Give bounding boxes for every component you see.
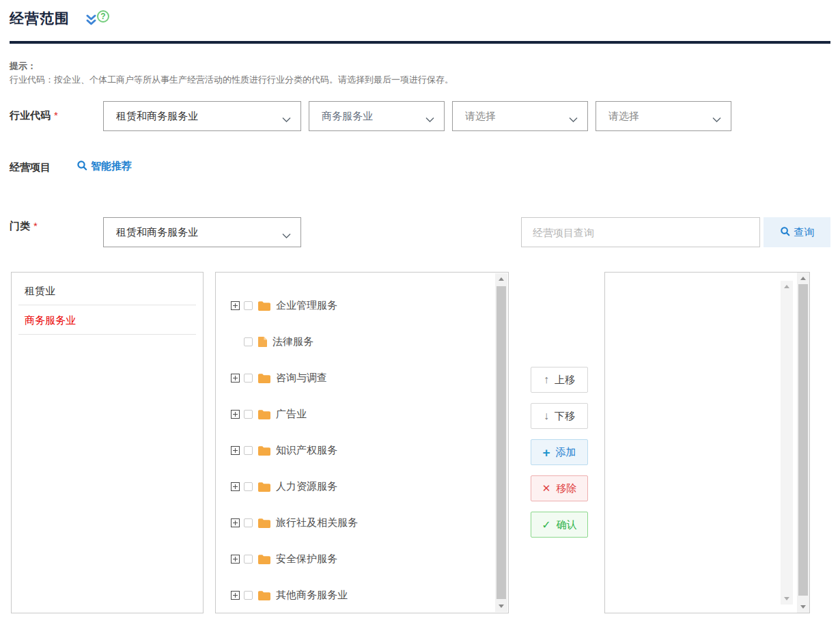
add-button[interactable]: + 添加 bbox=[531, 439, 588, 465]
x-icon: ✕ bbox=[542, 482, 551, 495]
checkbox[interactable] bbox=[244, 591, 253, 600]
tree-item-label[interactable]: 安全保护服务 bbox=[276, 553, 337, 566]
industry-code-select-level4[interactable]: 请选择 bbox=[596, 101, 731, 131]
checkbox[interactable] bbox=[244, 555, 253, 564]
hint-label: 提示： bbox=[10, 60, 36, 72]
remove-label: 移除 bbox=[556, 482, 576, 495]
search-icon bbox=[76, 160, 87, 173]
tree-item-label[interactable]: 法律服务 bbox=[272, 335, 313, 348]
move-down-button[interactable]: ↓ 下移 bbox=[531, 403, 588, 429]
checkbox[interactable] bbox=[244, 518, 253, 527]
checkbox[interactable] bbox=[244, 410, 253, 419]
hint-text: 行业代码：按企业、个体工商户等所从事生产经营活动的性质进行行业分类的代码。请选择… bbox=[10, 74, 453, 86]
category-list-panel: 租赁业 商务服务业 bbox=[11, 272, 204, 613]
expand-plus-icon[interactable] bbox=[231, 591, 240, 600]
folder-icon bbox=[258, 591, 270, 600]
business-item-tree-panel: 企业管理服务 法律服务 咨询与调查 广告业 bbox=[215, 272, 509, 613]
scrollbar-thumb[interactable] bbox=[496, 286, 506, 599]
checkbox[interactable] bbox=[244, 446, 253, 455]
collapse-double-chevron-icon[interactable] bbox=[85, 14, 97, 26]
scroll-down-arrow-icon[interactable] bbox=[800, 605, 806, 609]
industry-code-label-text: 行业代码 bbox=[10, 109, 51, 121]
folder-icon bbox=[258, 518, 270, 528]
smart-recommend-label: 智能推荐 bbox=[91, 160, 132, 173]
scroll-down-arrow-icon[interactable] bbox=[499, 605, 504, 608]
checkbox[interactable] bbox=[244, 337, 253, 346]
industry-code-select-level2[interactable]: 商务服务业 bbox=[309, 101, 445, 131]
selected-items-panel bbox=[604, 272, 810, 613]
folder-icon bbox=[258, 555, 270, 564]
arrow-down-icon: ↓ bbox=[544, 410, 549, 422]
expand-plus-icon[interactable] bbox=[231, 518, 240, 527]
remove-button[interactable]: ✕ 移除 bbox=[531, 475, 588, 501]
tree-item[interactable]: 知识产权服务 bbox=[231, 432, 508, 469]
business-item-search-input[interactable] bbox=[521, 217, 760, 247]
scroll-down-arrow-icon[interactable] bbox=[784, 597, 789, 600]
expand-plus-icon[interactable] bbox=[231, 482, 240, 491]
category-item[interactable]: 租赁业 bbox=[18, 276, 196, 305]
checkbox[interactable] bbox=[244, 374, 253, 383]
category-select[interactable]: 租赁和商务服务业 bbox=[103, 217, 301, 247]
tree-item-label[interactable]: 旅行社及相关服务 bbox=[276, 516, 358, 529]
chevron-down-icon bbox=[569, 113, 578, 120]
chevron-down-icon bbox=[282, 113, 291, 120]
folder-icon bbox=[258, 482, 270, 492]
business-scope-page: 经营范围 ? 提示： 行业代码：按企业、个体工商户等所从事生产经营活动的性质进行… bbox=[0, 0, 840, 625]
industry-code-label: 行业代码* bbox=[10, 109, 58, 122]
checkbox[interactable] bbox=[244, 301, 253, 310]
chevron-down-icon bbox=[282, 230, 291, 236]
tree-scrollbar[interactable] bbox=[495, 273, 507, 612]
business-items-label: 经营项目 bbox=[10, 161, 51, 174]
move-up-button[interactable]: ↑ 上移 bbox=[531, 367, 588, 393]
tree-item[interactable]: 广告业 bbox=[231, 396, 508, 432]
checkbox[interactable] bbox=[244, 482, 253, 491]
scrollbar-thumb[interactable] bbox=[798, 284, 808, 596]
expand-plus-icon[interactable] bbox=[231, 410, 240, 419]
expand-plus-icon[interactable] bbox=[231, 374, 240, 383]
plus-icon: + bbox=[542, 446, 550, 459]
scroll-up-arrow-icon[interactable] bbox=[800, 277, 806, 280]
folder-icon bbox=[258, 301, 270, 311]
move-up-label: 上移 bbox=[555, 374, 575, 387]
tree-item[interactable]: 人力资源服务 bbox=[231, 469, 508, 505]
title-divider bbox=[10, 41, 830, 44]
tree-item-label[interactable]: 企业管理服务 bbox=[276, 299, 337, 312]
category-label-text: 门类 bbox=[10, 220, 30, 232]
tree-item[interactable]: 企业管理服务 bbox=[231, 288, 508, 324]
tree-item-label[interactable]: 广告业 bbox=[276, 408, 307, 421]
tree-item[interactable]: 安全保护服务 bbox=[231, 541, 508, 577]
tree-item[interactable]: 咨询与调查 bbox=[231, 360, 508, 396]
industry-code-select-level1[interactable]: 租赁和商务服务业 bbox=[103, 101, 301, 131]
tree-item[interactable]: 其他商务服务业 bbox=[231, 577, 508, 613]
query-button[interactable]: 查询 bbox=[764, 217, 830, 247]
query-button-label: 查询 bbox=[794, 226, 815, 239]
tree-item-label[interactable]: 咨询与调查 bbox=[276, 372, 327, 385]
arrow-up-icon: ↑ bbox=[544, 374, 549, 386]
confirm-button[interactable]: ✓ 确认 bbox=[531, 512, 588, 538]
business-item-tree: 企业管理服务 法律服务 咨询与调查 广告业 bbox=[216, 273, 508, 613]
category-item-selected[interactable]: 商务服务业 bbox=[18, 305, 196, 335]
tree-item[interactable]: 旅行社及相关服务 bbox=[231, 505, 508, 541]
search-icon bbox=[780, 226, 790, 238]
tree-item-label[interactable]: 人力资源服务 bbox=[276, 480, 337, 493]
tree-item-child[interactable]: 法律服务 bbox=[231, 324, 508, 360]
selected-items-scrollbar[interactable] bbox=[797, 273, 809, 613]
expand-plus-icon[interactable] bbox=[231, 301, 240, 310]
expand-plus-icon[interactable] bbox=[231, 555, 240, 564]
select-value: 租赁和商务服务业 bbox=[116, 226, 277, 239]
page-title: 经营范围 bbox=[10, 9, 70, 28]
scroll-up-arrow-icon[interactable] bbox=[499, 277, 504, 281]
tree-item-label[interactable]: 其他商务服务业 bbox=[276, 589, 348, 602]
industry-code-select-level3[interactable]: 请选择 bbox=[452, 101, 588, 131]
confirm-label: 确认 bbox=[557, 518, 577, 531]
chevron-down-icon bbox=[425, 113, 434, 120]
transfer-actions: ↑ 上移 ↓ 下移 + 添加 ✕ 移除 ✓ 确认 bbox=[531, 367, 588, 538]
expand-plus-icon[interactable] bbox=[231, 446, 240, 455]
smart-recommend-link[interactable]: 智能推荐 bbox=[76, 160, 132, 173]
scroll-up-arrow-icon[interactable] bbox=[784, 285, 789, 288]
folder-icon bbox=[258, 410, 270, 419]
help-icon[interactable]: ? bbox=[97, 10, 109, 23]
tree-item-label[interactable]: 知识产权服务 bbox=[276, 444, 337, 457]
selected-items-inner-scrollbar[interactable] bbox=[781, 281, 793, 605]
category-label: 门类* bbox=[10, 220, 38, 233]
